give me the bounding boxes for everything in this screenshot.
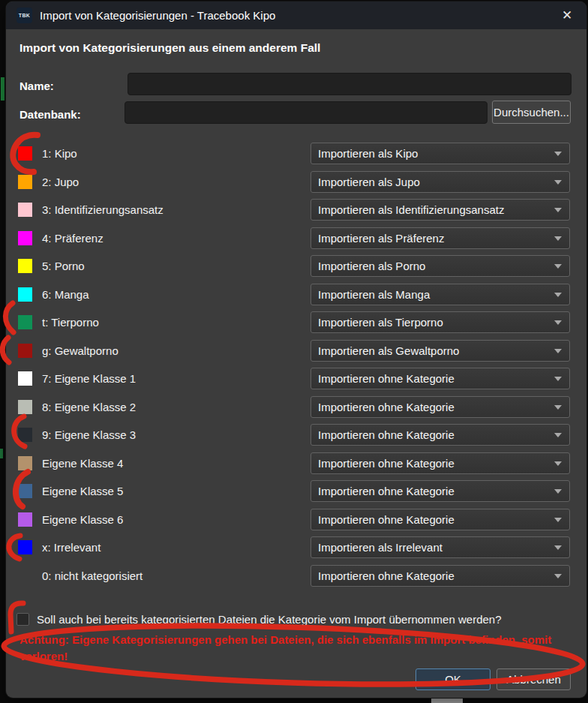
category-color-swatch — [18, 484, 32, 498]
chevron-down-icon — [554, 545, 562, 550]
dropdown-selected-value: Importieren als Irrelevant — [318, 541, 442, 554]
dropdown-selected-value: Importieren ohne Kategorie — [318, 372, 454, 385]
dropdown-selected-value: Importieren ohne Kategorie — [318, 457, 454, 470]
dropdown-selected-value: Importieren ohne Kategorie — [318, 513, 454, 526]
warning-text: Achtung: Eigene Kategorisierungen gehen … — [20, 632, 556, 665]
category-color-swatch — [18, 344, 32, 358]
category-row: 0: nicht kategorisiertImportieren ohne K… — [6, 562, 586, 590]
import-action-dropdown[interactable]: Importieren als Porno — [310, 255, 570, 277]
category-label: 1: Kipo — [42, 147, 77, 160]
category-label: 0: nicht kategorisiert — [42, 569, 142, 582]
overwrite-checkbox[interactable] — [16, 613, 29, 626]
background-window-fragment — [0, 449, 3, 458]
category-label: Eigene Klasse 4 — [42, 457, 123, 470]
category-label: x: Irrelevant — [42, 541, 100, 554]
browse-button[interactable]: Durchsuchen... — [492, 101, 571, 124]
dropdown-selected-value: Importieren ohne Kategorie — [318, 401, 454, 413]
chevron-down-icon — [554, 236, 562, 241]
category-color-swatch — [18, 428, 32, 442]
category-row: 6: MangaImportieren als Manga — [6, 281, 586, 309]
dropdown-selected-value: Importieren als Identifizierungsansatz — [318, 203, 504, 216]
category-label: 2: Jupo — [42, 176, 79, 188]
category-label: t: Tierporno — [42, 316, 99, 329]
chevron-down-icon — [554, 320, 562, 325]
category-label: 9: Eigene Klasse 3 — [42, 428, 136, 441]
category-color-swatch — [18, 231, 32, 245]
chevron-down-icon — [554, 461, 562, 466]
import-dialog: TBK Import von Kategorisierungen - Trace… — [6, 2, 586, 698]
category-label: 5: Porno — [42, 260, 85, 272]
dropdown-selected-value: Importieren ohne Kategorie — [318, 569, 454, 582]
overwrite-checkbox-label: Soll auch bei bereits kategorisierten Da… — [37, 613, 502, 626]
import-action-dropdown[interactable]: Importieren ohne Kategorie — [310, 424, 570, 446]
import-action-dropdown[interactable]: Importieren ohne Kategorie — [310, 452, 570, 474]
name-input[interactable] — [128, 73, 572, 95]
category-row: t: TierpornoImportieren als Tierporno — [6, 308, 586, 337]
category-color-swatch — [18, 512, 32, 527]
import-action-dropdown[interactable]: Importieren ohne Kategorie — [310, 565, 570, 587]
dropdown-selected-value: Importieren als Tierporno — [318, 316, 443, 329]
category-color-swatch — [18, 456, 32, 470]
title-bar[interactable]: TBK Import von Kategorisierungen - Trace… — [6, 2, 586, 29]
category-label: 7: Eigene Klasse 1 — [42, 372, 136, 385]
import-action-dropdown[interactable]: Importieren als Tierporno — [310, 311, 570, 333]
close-icon[interactable]: ✕ — [558, 9, 576, 22]
window-title: Import von Kategorisierungen - Tracebook… — [40, 9, 275, 22]
category-label: 3: Identifizierungsansatz — [42, 203, 164, 216]
category-row: 2: JupoImportieren als Jupo — [6, 168, 586, 197]
cancel-button[interactable]: Abbrechen — [496, 668, 571, 690]
app-icon: TBK — [16, 8, 32, 23]
overwrite-option-row: Soll auch bei bereits kategorisierten Da… — [6, 610, 586, 628]
category-color-swatch — [18, 540, 32, 554]
category-color-swatch — [18, 315, 32, 329]
chevron-down-icon — [554, 433, 562, 437]
chevron-down-icon — [554, 152, 562, 156]
name-label: Name: — [20, 80, 54, 92]
chevron-down-icon — [554, 293, 562, 297]
chevron-down-icon — [554, 489, 562, 494]
import-action-dropdown[interactable]: Importieren als Manga — [310, 284, 570, 305]
chevron-down-icon — [554, 377, 562, 381]
category-row: 3: IdentifizierungsansatzImportieren als… — [6, 196, 586, 224]
category-color-swatch — [18, 175, 32, 189]
category-label: Eigene Klasse 5 — [42, 485, 123, 497]
chevron-down-icon — [554, 180, 562, 185]
chevron-down-icon — [554, 208, 562, 212]
category-row: 1: KipoImportieren als Kipo — [6, 140, 586, 168]
import-action-dropdown[interactable]: Importieren als Identifizierungsansatz — [310, 199, 570, 221]
import-action-dropdown[interactable]: Importieren ohne Kategorie — [310, 396, 570, 418]
category-color-swatch — [18, 259, 32, 273]
category-color-swatch — [18, 146, 32, 161]
ok-button[interactable]: OK — [416, 668, 490, 690]
import-action-dropdown[interactable]: Importieren als Präferenz — [310, 227, 570, 249]
import-action-dropdown[interactable]: Importieren ohne Kategorie — [310, 509, 570, 530]
dropdown-selected-value: Importieren ohne Kategorie — [318, 428, 454, 441]
import-action-dropdown[interactable]: Importieren ohne Kategorie — [310, 368, 570, 389]
import-action-dropdown[interactable]: Importieren als Kipo — [310, 143, 570, 164]
dropdown-selected-value: Importieren als Kipo — [318, 147, 418, 160]
category-row: Eigene Klasse 4Importieren ohne Kategori… — [6, 449, 586, 478]
chevron-down-icon — [554, 349, 562, 353]
category-color-swatch — [18, 287, 32, 302]
dropdown-selected-value: Importieren als Jupo — [318, 176, 420, 188]
category-row: 4: PräferenzImportieren als Präferenz — [6, 224, 586, 253]
chevron-down-icon — [554, 405, 562, 410]
category-row: g: GewaltpornoImportieren als Gewaltporn… — [6, 337, 586, 365]
category-row: x: IrrelevantImportieren als Irrelevant — [6, 533, 586, 562]
database-input[interactable] — [124, 101, 488, 124]
import-action-dropdown[interactable]: Importieren als Gewaltporno — [310, 340, 570, 362]
dropdown-selected-value: Importieren ohne Kategorie — [318, 485, 454, 497]
category-label: 6: Manga — [42, 288, 89, 301]
category-row: Eigene Klasse 6Importieren ohne Kategori… — [6, 506, 586, 534]
import-action-dropdown[interactable]: Importieren ohne Kategorie — [310, 480, 570, 502]
import-action-dropdown[interactable]: Importieren als Jupo — [310, 171, 570, 193]
chevron-down-icon — [554, 574, 562, 578]
dropdown-selected-value: Importieren als Porno — [318, 260, 425, 272]
import-action-dropdown[interactable]: Importieren als Irrelevant — [310, 536, 570, 558]
category-label: g: Gewaltporno — [42, 344, 118, 357]
category-color-swatch — [18, 203, 32, 217]
dropdown-selected-value: Importieren als Gewaltporno — [318, 344, 459, 357]
dialog-heading: Import von Kategorisierungen aus einem a… — [20, 41, 320, 55]
chevron-down-icon — [554, 264, 562, 269]
background-taskbar-fragment — [431, 698, 463, 703]
